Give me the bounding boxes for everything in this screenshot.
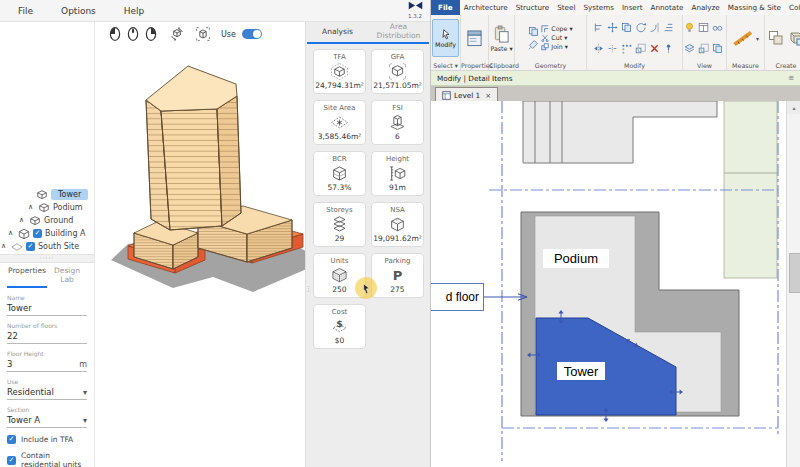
collapse-caret-icon[interactable]: ∧ xyxy=(1,243,8,250)
menu-file[interactable]: File xyxy=(18,6,33,16)
tree-item-south-site[interactable]: ∧✓South Site xyxy=(0,240,94,253)
metric-card-storeys[interactable]: Storeys29 xyxy=(313,202,366,247)
mouse-left-icon[interactable] xyxy=(109,26,121,42)
revit-tab-architecture[interactable]: Architecture xyxy=(460,0,512,15)
tower-3d[interactable] xyxy=(146,66,241,230)
orbit-view-icon[interactable] xyxy=(169,26,185,42)
mouse-right-icon[interactable] xyxy=(145,26,157,42)
collapse-caret-icon[interactable]: ∧ xyxy=(8,230,15,237)
metric-card-cost[interactable]: Cost$$0 xyxy=(313,304,366,349)
metric-card-parking[interactable]: ParkingP275 xyxy=(371,253,424,298)
revit-tab-systems[interactable]: Systems xyxy=(579,0,618,15)
paste-label[interactable]: Paste ▾ xyxy=(490,45,512,52)
tree-item-ground[interactable]: ∧Ground xyxy=(0,214,94,227)
pin-icon[interactable] xyxy=(663,39,676,58)
offset-icon[interactable] xyxy=(663,18,676,37)
rotate-icon[interactable] xyxy=(635,18,648,37)
revit-tab-massing-site[interactable]: Massing & Site xyxy=(724,0,785,15)
chevron-down-icon[interactable]: ▾ xyxy=(83,416,87,425)
mirror-icon[interactable] xyxy=(593,39,606,58)
scroll-up-icon[interactable]: ▴ xyxy=(787,101,800,114)
viewport-3d[interactable]: Use xyxy=(95,22,305,467)
metric-card-height[interactable]: Height91m xyxy=(371,151,424,196)
tree-item-building-a[interactable]: ∧✓Building A xyxy=(0,227,94,240)
select-box-icon[interactable] xyxy=(195,26,211,42)
checkbox-icon[interactable]: ✓ xyxy=(7,456,16,465)
drawing-canvas[interactable]: Podium Tower d floor xyxy=(431,101,786,467)
use-toggle[interactable] xyxy=(242,29,262,39)
revit-tab-annotate[interactable]: Annotate xyxy=(647,0,688,15)
floor-callout-box[interactable]: d floor xyxy=(431,283,484,311)
cut-tool[interactable]: Cut▾ xyxy=(541,34,572,42)
split-icon[interactable] xyxy=(607,39,620,58)
join-tool[interactable]: Join▾ xyxy=(541,43,572,51)
collapse-caret-icon[interactable]: ∧ xyxy=(28,204,35,211)
align-icon[interactable] xyxy=(593,18,606,37)
checkbox-include-in-tfa[interactable]: ✓Include in TFA xyxy=(7,435,87,444)
modify-button[interactable]: Modify xyxy=(432,19,459,57)
temporary-hide-icon[interactable] xyxy=(684,18,697,37)
tab-analysis[interactable]: Analysis xyxy=(307,28,368,37)
menu-help[interactable]: Help xyxy=(124,6,145,16)
tree-checkbox[interactable]: ✓ xyxy=(26,242,35,251)
metric-card-bcr[interactable]: BCR57.3% xyxy=(313,151,366,196)
selection-box-icon[interactable] xyxy=(698,39,711,58)
metric-card-tfa[interactable]: TFA24,794.31m² xyxy=(313,49,366,94)
checkbox-contain-residential-units[interactable]: ✓Contain residential units xyxy=(7,451,87,467)
paste-icon[interactable] xyxy=(493,25,510,44)
tree-item-tower[interactable]: Tower xyxy=(0,188,94,201)
tree-item-podium[interactable]: ∧Podium xyxy=(0,201,94,214)
revit-tab-collaborate[interactable]: Collaborate xyxy=(785,0,800,15)
tree-checkbox[interactable]: ✓ xyxy=(33,229,42,238)
cope-tool[interactable]: Cope▾ xyxy=(541,25,572,33)
tab-properties[interactable]: Properties xyxy=(7,264,47,288)
field-select[interactable]: Tower A▾ xyxy=(7,413,87,428)
field-input[interactable]: 3m xyxy=(7,357,87,372)
copy-monitor-icon[interactable] xyxy=(528,26,539,37)
graphics-icon[interactable] xyxy=(684,39,697,58)
field-select[interactable]: Residential▾ xyxy=(7,385,87,400)
chevron-down-icon[interactable]: ▾ xyxy=(83,388,87,397)
close-view-icon[interactable]: × xyxy=(485,92,491,100)
upper-building-plan[interactable] xyxy=(523,101,717,163)
revit-tab-insert[interactable]: Insert xyxy=(618,0,647,15)
field-input[interactable]: Tower xyxy=(7,301,87,316)
thin-lines-icon[interactable] xyxy=(698,18,711,37)
menu-options[interactable]: Options xyxy=(61,6,96,16)
metric-card-fsi[interactable]: FSI6 xyxy=(371,100,424,145)
move-icon[interactable] xyxy=(607,18,620,37)
tower-text-label[interactable]: Tower xyxy=(557,362,605,380)
metric-card-nsa[interactable]: NSA19,091.62m² xyxy=(371,202,424,247)
mouse-middle-icon[interactable] xyxy=(127,26,139,42)
reveal-hidden-icon[interactable] xyxy=(712,18,725,37)
checkbox-icon[interactable]: ✓ xyxy=(7,435,16,444)
trim-icon[interactable] xyxy=(649,18,662,37)
canvas-scrollbar[interactable]: ▴ xyxy=(786,101,800,467)
podium-text-label[interactable]: Podium xyxy=(543,249,609,268)
scale-icon[interactable] xyxy=(635,39,648,58)
create-group-icon[interactable] xyxy=(768,30,784,46)
panel-drag-handle[interactable]: ⋮ xyxy=(305,288,310,291)
scroll-thumb[interactable] xyxy=(789,253,800,293)
properties-group-label[interactable]: Properties xyxy=(461,61,488,70)
field-input[interactable]: 22 xyxy=(7,329,87,344)
tab-design-lab[interactable]: Design Lab xyxy=(47,264,87,288)
revit-tab-steel[interactable]: Steel xyxy=(553,0,579,15)
ribbon-minimize-icon[interactable]: ≡ xyxy=(788,74,794,82)
duplicate-view-icon[interactable] xyxy=(712,39,725,58)
collapse-caret-icon[interactable]: ∧ xyxy=(19,217,26,224)
properties-icon[interactable] xyxy=(466,29,483,48)
paint-icon[interactable] xyxy=(528,39,539,50)
revit-tab-file[interactable]: File xyxy=(431,0,460,15)
measure-icon[interactable] xyxy=(732,29,754,47)
create-component-icon[interactable] xyxy=(786,30,800,46)
building-3d-model[interactable] xyxy=(95,22,305,467)
revit-tab-analyze[interactable]: Analyze xyxy=(687,0,723,15)
revit-tab-structure[interactable]: Structure xyxy=(512,0,553,15)
tab-area-distribution[interactable]: Area Distribution xyxy=(368,23,429,40)
metric-card-site-area[interactable]: Site Area3,585.46m² xyxy=(313,100,366,145)
metric-card-gfa[interactable]: GFA21,571.05m² xyxy=(371,49,424,94)
select-group-label[interactable]: Select ▾ xyxy=(431,61,460,70)
array-icon[interactable] xyxy=(621,39,634,58)
copy-icon[interactable] xyxy=(621,18,634,37)
